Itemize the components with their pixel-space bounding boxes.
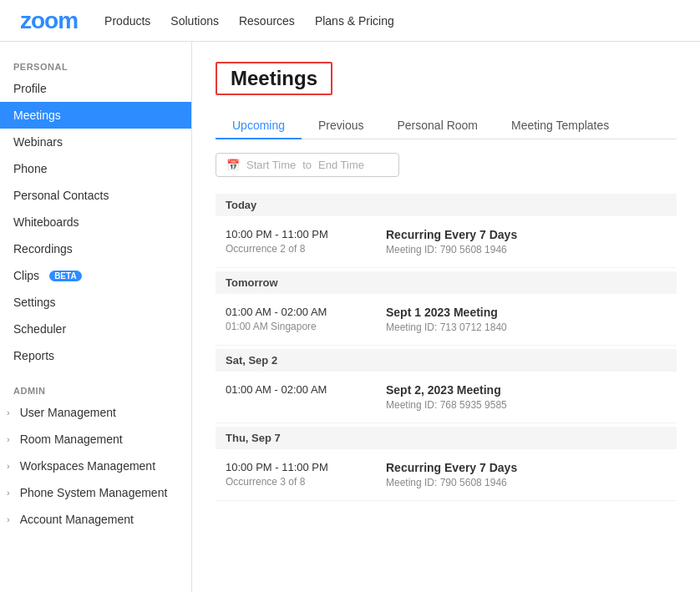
meeting-row: 01:00 AM - 02:00 AM 01:00 AM Singapore S… — [216, 294, 677, 346]
nav-products[interactable]: Products — [104, 11, 150, 31]
nav-resources[interactable]: Resources — [239, 11, 295, 31]
day-header-tomorrow: Tomorrow — [216, 271, 677, 294]
date-filter[interactable]: 📅 Start Time to End Time — [216, 153, 399, 177]
calendar-icon: 📅 — [226, 159, 240, 171]
chevron-icon: › — [7, 461, 10, 471]
sidebar: PERSONAL Profile Meetings Webinars Phone… — [0, 42, 192, 592]
meeting-id: Meeting ID: 713 0712 1840 — [386, 321, 507, 333]
sidebar-item-phone[interactable]: Phone — [0, 155, 191, 182]
chevron-icon: › — [7, 488, 10, 498]
meeting-title[interactable]: Sept 2, 2023 Meeting — [386, 383, 507, 397]
sidebar-item-webinars[interactable]: Webinars — [0, 129, 191, 155]
sidebar-item-whiteboards[interactable]: Whiteboards — [0, 209, 191, 235]
day-section-today: Today 10:00 PM - 11:00 PM Occurrence 2 o… — [216, 194, 677, 268]
meeting-title[interactable]: Recurring Every 7 Days — [386, 461, 517, 474]
meeting-row: 01:00 AM - 02:00 AM Sept 2, 2023 Meeting… — [216, 372, 677, 423]
day-section-sep7: Thu, Sep 7 10:00 PM - 11:00 PM Occurrenc… — [216, 427, 677, 501]
meeting-time: 01:00 AM - 02:00 AM — [226, 383, 359, 396]
meeting-time-col: 10:00 PM - 11:00 PM Occurrence 3 of 8 — [226, 461, 359, 488]
day-section-sep2: Sat, Sep 2 01:00 AM - 02:00 AM Sept 2, 2… — [216, 349, 677, 423]
meeting-info: Recurring Every 7 Days Meeting ID: 790 5… — [386, 461, 517, 488]
meeting-time: 10:00 PM - 11:00 PM — [226, 461, 359, 473]
to-label: to — [302, 159, 312, 171]
sidebar-item-room-management[interactable]: › Room Management — [0, 426, 191, 453]
meeting-row: 10:00 PM - 11:00 PM Occurrence 3 of 8 Re… — [216, 449, 677, 501]
sidebar-item-scheduler[interactable]: Scheduler — [0, 316, 191, 342]
day-header-today: Today — [216, 194, 677, 216]
nav-plans-pricing[interactable]: Plans & Pricing — [315, 11, 394, 31]
day-section-tomorrow: Tomorrow 01:00 AM - 02:00 AM 01:00 AM Si… — [216, 271, 677, 346]
sidebar-item-meetings[interactable]: Meetings — [0, 102, 191, 129]
sidebar-item-clips[interactable]: Clips BETA — [0, 262, 191, 289]
tab-upcoming[interactable]: Upcoming — [216, 112, 302, 139]
tab-personal-room[interactable]: Personal Room — [381, 112, 495, 139]
meeting-info: Sept 1 2023 Meeting Meeting ID: 713 0712… — [386, 306, 507, 333]
end-time-label: End Time — [318, 159, 364, 171]
top-nav: zoom Products Solutions Resources Plans … — [0, 0, 700, 42]
meeting-id: Meeting ID: 768 5935 9585 — [386, 399, 507, 411]
nav-solutions[interactable]: Solutions — [170, 11, 219, 31]
meeting-title[interactable]: Recurring Every 7 Days — [386, 228, 517, 241]
meeting-time-col: 01:00 AM - 02:00 AM — [226, 383, 359, 398]
meeting-time-col: 01:00 AM - 02:00 AM 01:00 AM Singapore — [226, 306, 359, 332]
sidebar-item-profile[interactable]: Profile — [0, 75, 191, 102]
meeting-id: Meeting ID: 790 5608 1946 — [386, 477, 517, 488]
zoom-logo[interactable]: zoom — [20, 8, 78, 34]
tab-previous[interactable]: Previous — [302, 112, 380, 139]
chevron-icon: › — [7, 514, 10, 524]
sidebar-item-user-management[interactable]: › User Management — [0, 399, 191, 426]
page-title: Meetings — [216, 62, 332, 95]
meeting-time: 10:00 PM - 11:00 PM — [226, 228, 359, 240]
meeting-row: 10:00 PM - 11:00 PM Occurrence 2 of 8 Re… — [216, 216, 677, 268]
nav-links: Products Solutions Resources Plans & Pri… — [104, 11, 394, 31]
sidebar-item-reports[interactable]: Reports — [0, 342, 191, 369]
beta-badge: BETA — [49, 271, 81, 281]
sidebar-item-personal-contacts[interactable]: Personal Contacts — [0, 182, 191, 209]
tab-meeting-templates[interactable]: Meeting Templates — [495, 112, 626, 139]
meeting-time-col: 10:00 PM - 11:00 PM Occurrence 2 of 8 — [226, 228, 359, 255]
sidebar-item-recordings[interactable]: Recordings — [0, 235, 191, 262]
layout: PERSONAL Profile Meetings Webinars Phone… — [0, 42, 700, 592]
day-header-sep2: Sat, Sep 2 — [216, 349, 677, 372]
meeting-tabs: Upcoming Previous Personal Room Meeting … — [216, 112, 677, 139]
meeting-info: Recurring Every 7 Days Meeting ID: 790 5… — [386, 228, 517, 256]
meeting-id: Meeting ID: 790 5608 1946 — [386, 244, 517, 256]
meeting-sub: Occurrence 2 of 8 — [226, 243, 359, 255]
meeting-time: 01:00 AM - 02:00 AM — [226, 306, 359, 318]
meeting-sub: Occurrence 3 of 8 — [226, 476, 359, 488]
sidebar-item-account-management[interactable]: › Account Management — [0, 506, 191, 533]
day-header-sep7: Thu, Sep 7 — [216, 427, 677, 449]
meeting-title[interactable]: Sept 1 2023 Meeting — [386, 306, 507, 319]
start-time-label: Start Time — [246, 159, 296, 171]
personal-section-label: PERSONAL — [0, 55, 191, 75]
main-content: Meetings Upcoming Previous Personal Room… — [192, 42, 700, 592]
chevron-icon: › — [7, 407, 10, 417]
meeting-sub: 01:00 AM Singapore — [226, 321, 359, 332]
admin-section-label: ADMIN — [0, 379, 191, 399]
sidebar-item-workspaces-management[interactable]: › Workspaces Management — [0, 453, 191, 479]
chevron-icon: › — [7, 434, 10, 444]
meeting-list: Today 10:00 PM - 11:00 PM Occurrence 2 o… — [216, 194, 677, 501]
meeting-info: Sept 2, 2023 Meeting Meeting ID: 768 593… — [386, 383, 507, 411]
sidebar-item-phone-system-management[interactable]: › Phone System Management — [0, 479, 191, 506]
sidebar-item-settings[interactable]: Settings — [0, 289, 191, 316]
